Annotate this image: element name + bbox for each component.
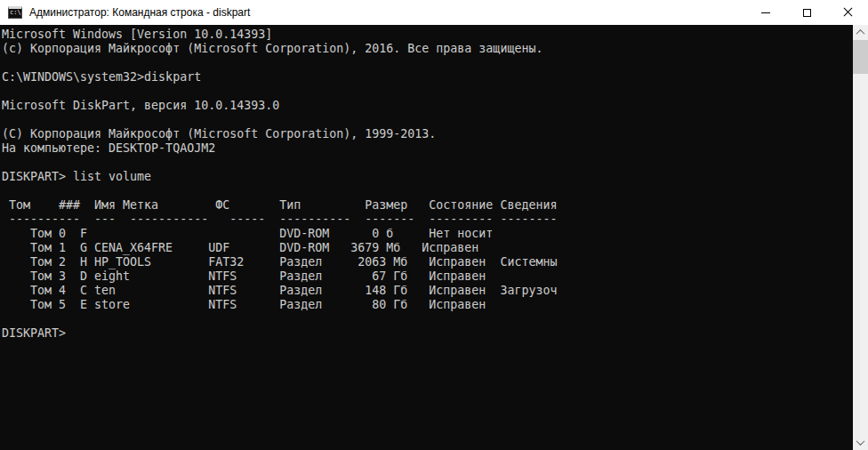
cmd-icon[interactable]: c:\ xyxy=(8,6,22,19)
scroll-up-button[interactable] xyxy=(853,25,868,40)
maximize-icon xyxy=(803,9,811,17)
titlebar: c:\ Администратор: Командная строка - di… xyxy=(0,0,868,25)
cmd-icon-glyph: c:\ xyxy=(10,9,21,17)
scrollbar-thumb[interactable] xyxy=(853,40,868,74)
scroll-up-icon xyxy=(856,29,865,38)
console-viewport[interactable]: Microsoft Windows [Version 10.0.14393] (… xyxy=(0,25,853,450)
window-title: Администратор: Командная строка - diskpa… xyxy=(29,6,250,19)
scrollbar[interactable] xyxy=(853,25,868,450)
minimize-button[interactable] xyxy=(745,0,786,25)
window-controls xyxy=(745,0,868,25)
scroll-down-icon xyxy=(856,437,865,446)
minimize-icon xyxy=(761,12,770,13)
close-button[interactable] xyxy=(827,0,868,25)
close-icon xyxy=(843,8,852,17)
scroll-down-button[interactable] xyxy=(853,435,868,450)
console-output: Microsoft Windows [Version 10.0.14393] (… xyxy=(0,25,853,341)
maximize-button[interactable] xyxy=(786,0,827,25)
